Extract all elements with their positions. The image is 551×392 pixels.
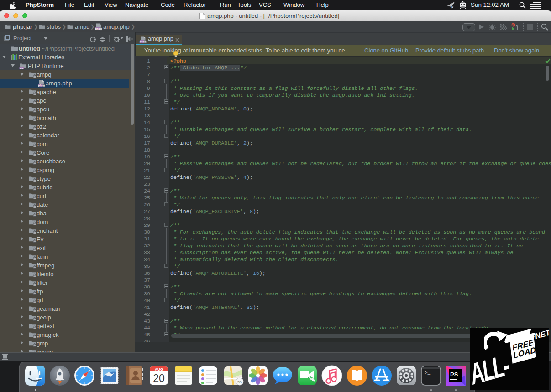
svg-text:>_: >_: [425, 370, 431, 376]
svg-text:php: php: [38, 84, 43, 87]
svg-text:php: php: [20, 67, 24, 69]
svg-text:3D: 3D: [237, 380, 241, 384]
svg-text:20: 20: [153, 372, 165, 384]
svg-text:PS: PS: [450, 371, 458, 378]
svg-text:php: php: [140, 40, 145, 43]
svg-text:AUG: AUG: [155, 367, 163, 371]
svg-text:php: php: [95, 27, 100, 30]
